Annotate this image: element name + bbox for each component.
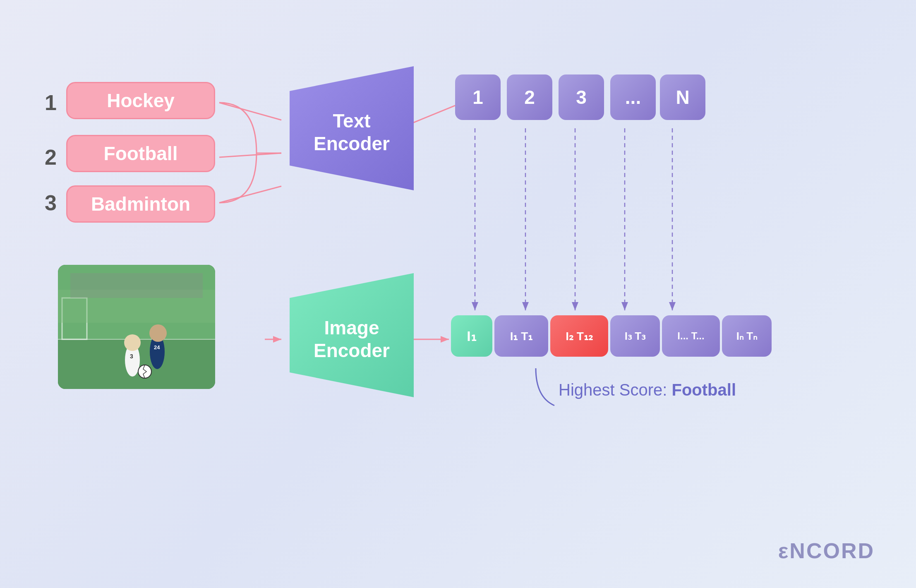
img-token-intn: Iₙ Tₙ [722,315,772,357]
svg-line-0 [219,103,281,120]
img-token-idots: I... T... [662,315,720,357]
img-token-i1t1: I₁ T₁ [494,315,548,357]
img-token-i1: I₁ [451,315,492,357]
text-encoder-shape [290,66,414,190]
hockey-pill: Hockey [66,82,215,119]
svg-line-2 [219,186,281,203]
token-box-1: 1 [455,74,501,120]
svg-marker-13 [621,302,628,310]
svg-line-1 [219,153,281,157]
svg-point-29 [138,365,151,378]
img-token-i3t3: I₃ T₃ [610,315,660,357]
badminton-pill: Badminton [66,185,215,223]
svg-point-27 [149,324,167,342]
label-2: 2 [45,145,57,170]
token-box-n: N [660,74,705,120]
svg-marker-11 [522,302,529,310]
svg-marker-16 [273,336,281,343]
token-box-dots: ... [610,74,656,120]
encord-logo: εNCORD [778,538,875,563]
svg-marker-18 [441,336,449,343]
svg-text:3: 3 [130,353,133,360]
svg-line-4 [410,106,455,124]
label-1: 1 [45,90,57,115]
football-pill: Football [66,135,215,172]
label-3: 3 [45,190,57,215]
image-encoder-shape [290,273,414,397]
svg-rect-31 [70,273,203,298]
highest-score-label: Highest Score: Football [559,381,736,399]
img-token-i2t12: I₂ T₁₂ [550,315,608,357]
svg-marker-12 [572,302,578,310]
svg-marker-14 [669,302,676,310]
svg-point-24 [124,334,141,351]
token-box-3: 3 [559,74,604,120]
svg-text:24: 24 [154,344,160,350]
svg-marker-10 [472,302,478,310]
diagram: 1 2 3 Hockey Football Badminton TextEnco… [0,0,916,588]
football-image: 3 24 [58,265,215,389]
token-box-2: 2 [507,74,552,120]
